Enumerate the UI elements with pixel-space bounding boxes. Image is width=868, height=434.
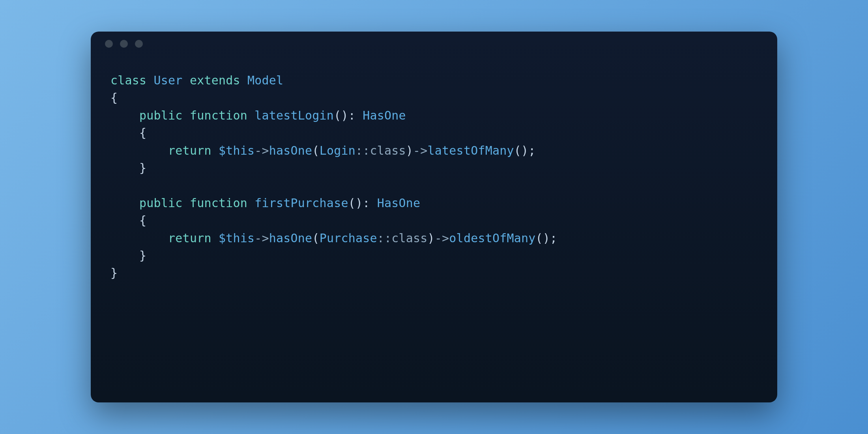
paren-close: ) [428,231,435,245]
function-name: firstPurchase [254,196,348,210]
keyword-function: function [190,196,247,210]
brace-open-inner: { [110,213,146,227]
traffic-light-close[interactable] [105,40,113,48]
parens: () [348,196,363,210]
method-latestofmany: latestOfMany [428,144,514,157]
class-keyword: class [391,231,427,245]
traffic-light-maximize[interactable] [135,40,143,48]
semicolon: ; [550,231,557,245]
brace-close-inner: } [110,161,146,175]
method-hasone: hasOne [269,144,312,157]
parens-empty: () [514,144,529,157]
paren-close: ) [406,144,413,157]
keyword-function: function [190,108,247,122]
paren-open: ( [312,231,319,245]
traffic-light-minimize[interactable] [120,40,128,48]
keyword-public: public [139,108,183,122]
keyword-public: public [139,196,183,210]
return-type: HasOne [363,108,406,122]
code-window: class User extends Model { public functi… [91,32,777,402]
class-keyword: class [370,144,406,157]
parens-empty: () [536,231,550,245]
function-name: latestLogin [254,108,334,122]
double-colon: :: [377,231,392,245]
keyword-return: return [168,144,211,157]
brace-open: { [110,91,118,105]
arrow-op: -> [254,231,269,245]
parens: () [334,108,348,122]
variable-this: $this [219,144,254,157]
return-type: HasOne [377,196,421,210]
double-colon: :: [355,144,370,157]
arrow-op: -> [254,144,269,157]
colon: : [363,196,370,210]
brace-open-inner: { [110,126,146,140]
paren-open: ( [312,144,319,157]
method-hasone: hasOne [269,231,312,245]
class-name-user: User [154,73,183,87]
brace-close: } [110,266,118,280]
semicolon: ; [528,144,535,157]
class-purchase: Purchase [320,231,377,245]
code-block: class User extends Model { public functi… [91,56,777,298]
arrow-op: -> [435,231,449,245]
class-name-model: Model [247,73,283,87]
colon: : [348,108,355,122]
window-titlebar [91,32,777,56]
variable-this: $this [219,231,254,245]
keyword-extends: extends [190,73,240,87]
brace-close-inner: } [110,249,146,262]
keyword-return: return [168,231,211,245]
class-login: Login [320,144,355,157]
method-oldestofmany: oldestOfMany [449,231,535,245]
keyword-class: class [110,73,146,87]
arrow-op: -> [413,144,428,157]
